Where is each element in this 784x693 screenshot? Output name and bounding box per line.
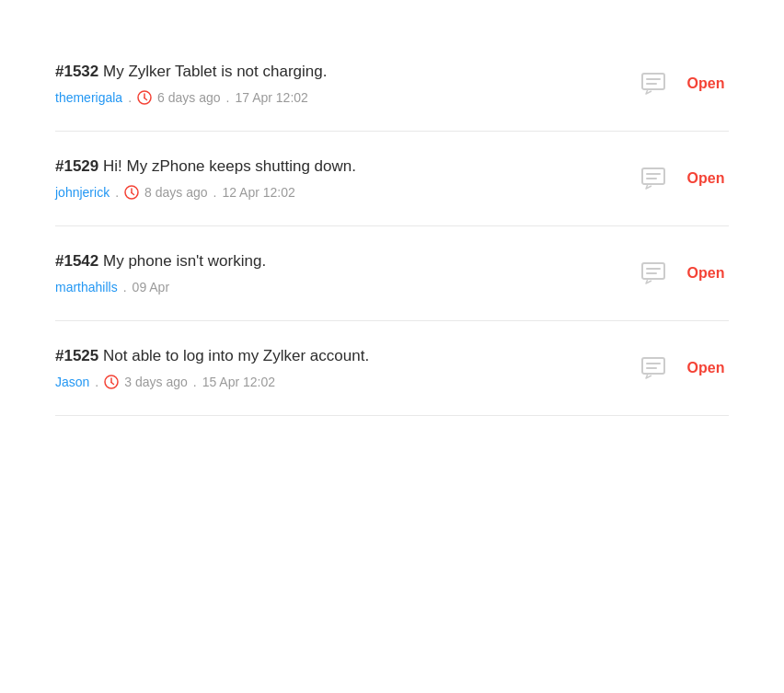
status-badge: Open: [683, 75, 729, 92]
svg-line-17: [111, 383, 114, 385]
ticket-item[interactable]: #1525 Not able to log into my Zylker acc…: [55, 321, 729, 416]
ticket-left: #1542 My phone isn't working.marthahills…: [55, 252, 611, 295]
chat-icon[interactable]: [639, 69, 668, 98]
ticket-left: #1525 Not able to log into my Zylker acc…: [55, 347, 611, 389]
ticket-age: 3 days ago: [124, 375, 188, 389]
ticket-list: #1532 My Zylker Tablet is not charging.t…: [55, 37, 729, 416]
clock-icon: [104, 375, 119, 389]
ticket-separator: .: [193, 375, 197, 389]
ticket-title: #1529 Hi! My zPhone keeps shutting down.: [55, 157, 611, 176]
ticket-meta: marthahills .09 Apr: [55, 280, 611, 295]
ticket-date: 09 Apr: [133, 280, 169, 295]
ticket-meta: johnjerick . 8 days ago .12 Apr 12:02: [55, 185, 611, 200]
svg-rect-12: [642, 263, 664, 279]
ticket-id: #1525: [55, 347, 98, 364]
ticket-meta: Jason . 3 days ago .15 Apr 12:02: [55, 375, 611, 389]
ticket-separator: .: [123, 280, 127, 295]
ticket-item[interactable]: #1532 My Zylker Tablet is not charging.t…: [55, 37, 729, 132]
ticket-right: Open: [639, 164, 729, 193]
status-badge: Open: [683, 360, 729, 376]
ticket-right: Open: [639, 69, 729, 98]
chat-icon[interactable]: [639, 353, 668, 383]
ticket-title: #1542 My phone isn't working.: [55, 252, 611, 271]
ticket-age: 6 days ago: [157, 90, 221, 105]
ticket-left: #1532 My Zylker Tablet is not charging.t…: [55, 63, 611, 105]
status-badge: Open: [683, 265, 729, 282]
ticket-user[interactable]: marthahills: [55, 280, 118, 295]
ticket-separator: .: [95, 375, 98, 389]
svg-rect-3: [642, 74, 664, 89]
ticket-separator: .: [213, 185, 217, 200]
ticket-item[interactable]: #1529 Hi! My zPhone keeps shutting down.…: [55, 132, 729, 226]
status-badge: Open: [683, 170, 729, 187]
ticket-title: #1525 Not able to log into my Zylker acc…: [55, 347, 611, 365]
ticket-title: #1532 My Zylker Tablet is not charging.: [55, 63, 611, 81]
ticket-date: 17 Apr 12:02: [235, 90, 307, 105]
ticket-separator: .: [115, 185, 119, 200]
chat-icon[interactable]: [639, 259, 668, 288]
chat-icon[interactable]: [639, 164, 668, 193]
ticket-separator: .: [226, 90, 230, 105]
clock-icon: [137, 90, 152, 105]
ticket-user[interactable]: Jason: [55, 375, 89, 389]
ticket-left: #1529 Hi! My zPhone keeps shutting down.…: [55, 157, 611, 200]
ticket-age: 8 days ago: [144, 185, 208, 200]
ticket-id: #1529: [55, 157, 98, 175]
ticket-user[interactable]: themerigala: [55, 90, 122, 105]
ticket-meta: themerigala . 6 days ago .17 Apr 12:02: [55, 90, 611, 105]
ticket-id: #1532: [55, 63, 98, 80]
svg-line-8: [132, 193, 134, 195]
ticket-right: Open: [639, 353, 729, 383]
svg-line-2: [144, 98, 147, 100]
svg-rect-18: [642, 358, 664, 374]
clock-icon: [124, 185, 139, 200]
ticket-date: 12 Apr 12:02: [222, 185, 294, 200]
ticket-separator: .: [128, 90, 132, 105]
ticket-user[interactable]: johnjerick: [55, 185, 110, 200]
ticket-right: Open: [639, 259, 729, 288]
ticket-date: 15 Apr 12:02: [202, 375, 275, 389]
ticket-item[interactable]: #1542 My phone isn't working.marthahills…: [55, 226, 729, 321]
ticket-id: #1542: [55, 252, 98, 270]
svg-rect-9: [642, 168, 664, 184]
